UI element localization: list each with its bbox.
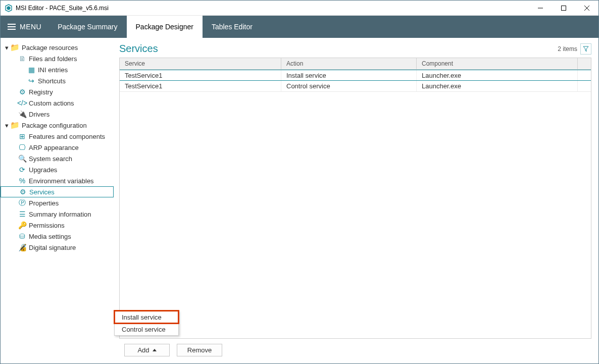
funnel-icon — [583, 46, 589, 52]
properties-icon: Ⓟ — [18, 198, 27, 207]
add-button[interactable]: Add — [124, 344, 170, 356]
sidebar-item-registry[interactable]: ⚙ Registry — [1, 86, 114, 97]
th-extra — [578, 58, 591, 69]
sidebar-item-env-vars[interactable]: % Environment variables — [1, 175, 114, 186]
sidebar-item-custom-actions[interactable]: </> Custom actions — [1, 97, 114, 109]
menu-label: MENU — [20, 23, 41, 31]
th-action[interactable]: Action — [281, 58, 417, 69]
caret-down-icon: ▾ — [4, 122, 10, 128]
menu-button[interactable]: MENU — [1, 16, 48, 38]
menu-item-install-service[interactable]: Install service — [115, 311, 178, 323]
sidebar-item-permissions[interactable]: 🔑 Permissions — [1, 220, 114, 231]
group-package-resources[interactable]: ▾ 📁 Package resources — [1, 42, 114, 53]
list-icon: ☰ — [18, 210, 27, 218]
gear-icon: ⚙ — [18, 188, 27, 196]
page-title: Services — [119, 43, 158, 55]
remove-button[interactable]: Remove — [177, 344, 222, 356]
services-table: Service Action Component TestService1 In… — [119, 58, 591, 339]
items-count: 2 items — [558, 45, 577, 53]
code-icon: </> — [18, 99, 27, 107]
window-controls — [529, 1, 598, 16]
sidebar: ▾ 📁 Package resources 🗎 Files and folder… — [1, 38, 114, 363]
app-icon — [5, 4, 13, 12]
sidebar-item-upgrades[interactable]: ⟳ Upgrades — [1, 164, 114, 175]
add-menu: Install service Control service — [114, 310, 179, 336]
shortcut-icon: ↪ — [27, 77, 36, 85]
svg-marker-1 — [7, 6, 11, 10]
key-icon: 🔑 — [18, 221, 27, 229]
registry-icon: ⚙ — [18, 88, 27, 96]
main: ▾ 📁 Package resources 🗎 Files and folder… — [1, 38, 598, 363]
cell-service: TestService1 — [120, 70, 281, 80]
tab-package-summary[interactable]: Package Summary — [48, 16, 126, 38]
close-button[interactable] — [575, 1, 598, 16]
signature-icon: 🔏 — [18, 243, 27, 251]
cell-action: Control service — [281, 81, 417, 91]
sidebar-item-drivers[interactable]: 🔌 Drivers — [1, 109, 114, 120]
puzzle-icon: ⊞ — [18, 132, 27, 140]
sidebar-item-digital-signature[interactable]: 🔏 Digital signature — [1, 242, 114, 253]
cell-extra — [578, 81, 591, 91]
cell-service: TestService1 — [120, 81, 281, 91]
table-header: Service Action Component — [120, 58, 591, 70]
hamburger-icon — [8, 22, 16, 31]
cell-extra — [578, 70, 591, 80]
menu-item-control-service[interactable]: Control service — [115, 323, 178, 335]
search-icon: 🔍 — [18, 154, 27, 163]
th-service[interactable]: Service — [120, 58, 281, 69]
sidebar-item-features[interactable]: ⊞ Features and components — [1, 131, 114, 142]
group-label: Package resources — [22, 44, 78, 51]
top-nav: MENU Package Summary Package Designer Ta… — [1, 16, 598, 38]
table-body: TestService1 Install service Launcher.ex… — [120, 70, 591, 338]
maximize-button[interactable] — [552, 1, 575, 16]
table-row[interactable]: TestService1 Install service Launcher.ex… — [120, 70, 591, 81]
window-title: MSI Editor - PACE_Suite_v5.6.msi — [16, 5, 529, 12]
bottom-bar: Add Remove — [119, 339, 591, 363]
ini-icon: ▦ — [27, 66, 36, 74]
sidebar-item-media[interactable]: ⛁ Media settings — [1, 231, 114, 242]
cell-component: Launcher.exe — [417, 70, 578, 80]
sidebar-item-properties[interactable]: Ⓟ Properties — [1, 197, 114, 209]
sidebar-item-arp[interactable]: 🖵 ARP appearance — [1, 142, 114, 153]
titlebar: MSI Editor - PACE_Suite_v5.6.msi — [1, 1, 598, 16]
content: Services 2 items Service Action Componen… — [114, 38, 598, 363]
tab-package-designer[interactable]: Package Designer — [127, 16, 203, 38]
group-package-configuration[interactable]: ▾ 📁 Package configuration — [1, 120, 114, 131]
cell-action: Install service — [281, 70, 417, 80]
table-row[interactable]: TestService1 Control service Launcher.ex… — [120, 81, 591, 92]
minimize-button[interactable] — [529, 1, 552, 16]
sidebar-item-summary-info[interactable]: ☰ Summary information — [1, 209, 114, 220]
sidebar-item-shortcuts[interactable]: ↪ Shortcuts — [1, 75, 114, 86]
sidebar-item-services[interactable]: ⚙ Services — [1, 186, 114, 197]
content-header: Services 2 items — [119, 43, 591, 55]
svg-rect-3 — [562, 6, 566, 10]
folder-icon: 📁 — [11, 121, 19, 130]
th-component[interactable]: Component — [417, 58, 578, 69]
drivers-icon: 🔌 — [18, 110, 27, 118]
caret-down-icon: ▾ — [4, 44, 10, 50]
percent-icon: % — [18, 177, 27, 185]
document-icon: 🗎 — [18, 55, 27, 63]
drive-icon: ⛁ — [18, 232, 27, 240]
group-label: Package configuration — [22, 122, 87, 129]
sidebar-item-system-search[interactable]: 🔍 System search — [1, 153, 114, 164]
filter-button[interactable] — [580, 43, 591, 55]
sidebar-item-ini-entries[interactable]: ▦ INI entries — [1, 64, 114, 75]
cell-component: Launcher.exe — [417, 81, 578, 91]
monitor-icon: 🖵 — [18, 143, 27, 151]
folder-icon: 📁 — [11, 43, 19, 52]
tab-tables-editor[interactable]: Tables Editor — [203, 16, 262, 38]
sidebar-item-files-and-folders[interactable]: 🗎 Files and folders — [1, 53, 114, 64]
caret-up-icon — [153, 349, 157, 351]
refresh-icon: ⟳ — [18, 166, 27, 174]
